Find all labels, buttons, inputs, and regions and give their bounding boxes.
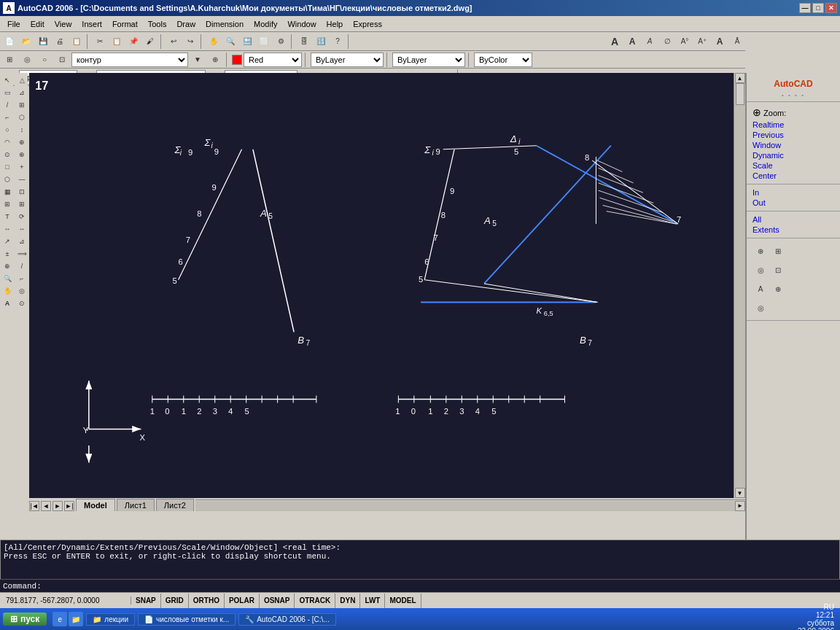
tb-undo[interactable]: ↩	[166, 34, 182, 50]
panel-icon4[interactable]: ⊡	[770, 262, 786, 278]
lt2-btn4[interactable]: ⬡	[16, 112, 28, 123]
lt-cursor[interactable]: ↖	[1, 74, 13, 86]
lt2-btn15[interactable]: ⌐	[16, 273, 28, 284]
panel-icon3[interactable]: ◎	[752, 262, 769, 278]
tb-zoom-prev[interactable]: 🔙	[239, 34, 255, 50]
command-input[interactable]	[42, 582, 837, 591]
menu-window[interactable]: Window	[283, 18, 320, 30]
menu-draw[interactable]: Draw	[172, 18, 200, 30]
lt-circle[interactable]: ○	[1, 124, 13, 136]
tb-zoom-win[interactable]: ⬜	[256, 34, 272, 50]
tb-text-A[interactable]: A	[607, 34, 623, 50]
tb-layer-icon2[interactable]: ○	[36, 52, 52, 68]
tb-cut[interactable]: ✂	[92, 34, 108, 50]
tb-layer-arrow[interactable]: ▼	[190, 52, 206, 68]
lt-textA[interactable]: A	[1, 298, 13, 309]
menu-tools[interactable]: Tools	[144, 18, 171, 30]
tb-pan[interactable]: ✋	[206, 34, 222, 50]
tb-paste[interactable]: 📌	[125, 34, 141, 50]
panel-center[interactable]: Center	[750, 171, 837, 181]
lt-zoom2[interactable]: 🔍	[1, 273, 13, 284]
panel-icon7[interactable]: ◎	[752, 300, 769, 316]
lt-block[interactable]: ⊞	[1, 198, 13, 210]
lt-arc[interactable]: ◠	[1, 136, 13, 148]
tab-sheet1[interactable]: Лист1	[117, 499, 155, 511]
lt-tolerance[interactable]: ±	[1, 248, 13, 260]
lt-pan3[interactable]: ✋	[1, 285, 13, 297]
quicklaunch-folder[interactable]: 📁	[69, 612, 83, 626]
start-button[interactable]: ⊞ пуск	[3, 612, 47, 626]
panel-icon6[interactable]: ⊕	[770, 281, 786, 297]
lt2-btn7[interactable]: —	[16, 174, 28, 185]
lt2-snap2[interactable]: ⊕	[16, 149, 28, 160]
lt2-btn5[interactable]: ↕	[16, 124, 28, 136]
lt2-btn3[interactable]: ⊞	[16, 99, 28, 111]
scroll-thumb-v[interactable]	[736, 83, 744, 105]
tb-matchprop[interactable]: 🖌	[142, 34, 158, 50]
model-btn[interactable]: MODEL	[385, 594, 421, 608]
lt-rectangle[interactable]: □	[1, 161, 13, 173]
panel-extents[interactable]: Extents	[750, 225, 837, 235]
color-dropdown[interactable]: Red	[244, 52, 302, 67]
menu-format[interactable]: Format	[108, 18, 142, 30]
tb-text-special1[interactable]: ∅	[659, 34, 675, 50]
tb-dbconnect[interactable]: 🗄	[296, 34, 312, 50]
tb-text-special4[interactable]: A	[712, 34, 728, 50]
tab-nav-next[interactable]: ►	[52, 501, 63, 511]
panel-icon2[interactable]: ⊞	[770, 243, 786, 259]
tb-open[interactable]: 📂	[18, 34, 34, 50]
panel-realtime[interactable]: Realtime	[750, 120, 837, 130]
tb-layer-btn2[interactable]: ⊕	[207, 52, 223, 68]
lt-leader[interactable]: ↗	[1, 236, 13, 247]
quicklaunch-ie[interactable]: e	[52, 612, 67, 626]
menu-help[interactable]: Help	[322, 18, 348, 30]
menu-insert[interactable]: Insert	[77, 18, 106, 30]
polar-btn[interactable]: POLAR	[225, 594, 260, 608]
close-button[interactable]: ✕	[825, 3, 837, 13]
dyn-btn[interactable]: DYN	[335, 594, 360, 608]
drawing-canvas-area[interactable]: 17 Σ i 9 5 6 7 8 9 Σ i 9 A 5 B 7	[29, 73, 745, 498]
vertical-scrollbar[interactable]: ▲ ▼	[734, 73, 745, 498]
taskbar-item-cad2[interactable]: 🔧 AutoCAD 2006 - [C:\...	[238, 613, 336, 626]
otrack-btn[interactable]: OTRACK	[295, 594, 335, 608]
tb-text-special3[interactable]: A⁺	[694, 34, 710, 50]
scroll-right-btn[interactable]: ►	[735, 501, 745, 511]
tb-text-special2[interactable]: A°	[677, 34, 693, 50]
tb-layer-mgr[interactable]: ⊞	[1, 52, 18, 68]
snap-btn[interactable]: SNAP	[131, 594, 161, 608]
lt-polyline[interactable]: ⌐	[1, 112, 13, 123]
lt2-btn9[interactable]: ⊞	[16, 198, 28, 210]
panel-out[interactable]: Out	[750, 198, 837, 208]
scroll-up-btn[interactable]: ▲	[735, 73, 745, 83]
lt-select[interactable]: ▭	[1, 87, 13, 98]
lt2-btn1[interactable]: △	[16, 74, 28, 86]
panel-all[interactable]: All	[750, 214, 837, 225]
grid-btn[interactable]: GRID	[161, 594, 189, 608]
lt-snap[interactable]: ⊕	[1, 260, 13, 272]
lt-text[interactable]: T	[1, 211, 13, 222]
menu-express[interactable]: Express	[349, 18, 386, 30]
lt2-btn11[interactable]: ↔	[16, 223, 28, 235]
menu-dimension[interactable]: Dimension	[201, 18, 248, 30]
tb-save[interactable]: 💾	[35, 34, 51, 50]
menu-edit[interactable]: Edit	[26, 18, 49, 30]
lt2-btn8[interactable]: ⊡	[16, 186, 28, 198]
tab-model[interactable]: Model	[76, 499, 115, 511]
lt2-btn13[interactable]: ⟹	[16, 248, 28, 260]
tb-layer-icon[interactable]: ◎	[19, 52, 35, 68]
tb-text-special5[interactable]: Ā	[729, 34, 745, 50]
panel-previous[interactable]: Previous	[750, 130, 837, 140]
panel-icon5[interactable]: A	[752, 281, 769, 297]
panel-dynamic[interactable]: Dynamic	[750, 150, 837, 160]
menu-file[interactable]: File	[3, 18, 25, 30]
tb-help[interactable]: ?	[330, 34, 346, 50]
osnap-btn[interactable]: OSNAP	[260, 594, 295, 608]
lt-ellipse[interactable]: ⊙	[1, 149, 13, 160]
lt2-btn10[interactable]: ⟳	[16, 211, 28, 222]
taskbar-item-folder[interactable]: 📁 лекции	[86, 613, 135, 626]
tb-calc[interactable]: 🔢	[313, 34, 329, 50]
tb-redo[interactable]: ↪	[182, 34, 198, 50]
tb-layer-icon3[interactable]: ⊡	[54, 52, 70, 68]
lt-hatch[interactable]: ▦	[1, 186, 13, 198]
lt-polygon[interactable]: ⬡	[1, 174, 13, 185]
